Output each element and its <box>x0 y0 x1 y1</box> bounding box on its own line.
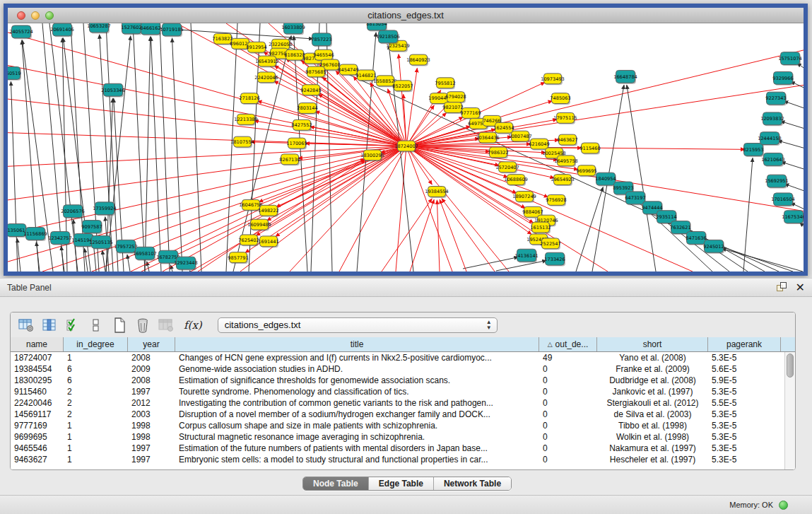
graph-node[interactable]: 12505135 <box>89 235 113 249</box>
network-view[interactable]: 1830029519384554716382289601288912954232… <box>8 23 804 271</box>
graph-node[interactable]: 16543912 <box>255 56 279 67</box>
graph-node[interactable]: 9329966 <box>772 71 794 85</box>
graph-node[interactable]: 12444158 <box>758 132 782 146</box>
graph-node[interactable]: 8912954 <box>246 42 266 53</box>
column-header-year[interactable]: year <box>128 337 175 351</box>
graph-node[interactable]: 9756928 <box>546 194 566 206</box>
column-header-title[interactable]: title <box>175 337 539 351</box>
graph-node[interactable]: 12923448 <box>174 257 198 270</box>
graph-node[interactable]: 19384554 <box>425 187 449 198</box>
graph-node[interactable]: 9115460 <box>579 143 600 154</box>
graph-node[interactable]: 9097587 <box>81 221 102 234</box>
table-row[interactable]: 1830029562008Estimation of significance … <box>11 375 795 386</box>
graph-node[interactable]: 1624554 <box>493 122 514 134</box>
graph-node[interactable]: 2522547 <box>540 238 560 250</box>
column-header-name[interactable]: name <box>11 337 64 351</box>
graph-node[interactable]: 10688609 <box>504 175 528 186</box>
graph-node[interactable]: 16495758 <box>554 156 578 167</box>
graph-node[interactable]: 10973493 <box>541 74 565 85</box>
delete-trash-button[interactable] <box>134 317 151 334</box>
table-row[interactable]: 1456911722003Disruption of a novel membe… <box>11 409 795 420</box>
graph-node[interactable]: 1527602 <box>121 23 142 35</box>
graph-node[interactable]: 10653287 <box>87 23 111 33</box>
graph-node[interactable]: 16648784 <box>613 70 637 83</box>
graph-node[interactable]: 8427552 <box>291 119 312 131</box>
graph-node[interactable]: 1691441 <box>258 236 278 247</box>
graph-node[interactable]: 16210643 <box>761 153 785 166</box>
graph-node[interactable]: 8267130 <box>279 154 300 165</box>
graph-node[interactable]: 8466162 <box>140 23 161 35</box>
graph-node[interactable]: 15720407 <box>495 162 519 173</box>
graph-node[interactable]: 7857223 <box>311 33 332 47</box>
graph-node[interactable]: 2260519 <box>8 66 21 80</box>
graph-node[interactable]: 18107554 <box>230 136 254 148</box>
graph-node[interactable]: 1170065 <box>286 138 307 149</box>
graph-node[interactable]: 16033809 <box>281 23 305 35</box>
table-row[interactable]: 2242004622012Investigating the contribut… <box>11 397 795 409</box>
table-row[interactable]: 911546021997Tourette syndrome. Phenomeno… <box>11 386 795 397</box>
column-header-pagerank[interactable]: pagerank <box>708 337 781 351</box>
table-row[interactable]: 946554611997Estimation of the future num… <box>11 443 795 454</box>
close-panel-icon[interactable]: ✕ <box>796 282 805 293</box>
graph-node[interactable]: 16958107 <box>133 247 157 260</box>
graph-node[interactable]: 17359924 <box>93 202 117 216</box>
graph-node[interactable]: 9463627 <box>557 134 577 146</box>
graph-node[interactable]: 7986322 <box>488 147 508 158</box>
graph-node[interactable]: 9245012 <box>703 240 724 253</box>
scrollbar-thumb[interactable] <box>787 354 794 378</box>
graph-node[interactable]: 1615132 <box>530 222 551 233</box>
graph-node[interactable]: 7625402 <box>238 235 259 246</box>
graph-node[interactable]: 17016504 <box>771 193 795 206</box>
new-document-button[interactable] <box>111 317 128 334</box>
graph-node[interactable]: 9699695 <box>576 165 596 177</box>
graph-node[interactable]: 1840954 <box>595 173 616 186</box>
tab-edge-table[interactable]: Edge Table <box>369 477 434 490</box>
graph-node[interactable]: 15751074 <box>778 52 802 66</box>
tab-network-table[interactable]: Network Table <box>434 477 511 490</box>
graph-node[interactable]: 12213389 <box>234 114 258 125</box>
graph-node[interactable]: 2718126 <box>239 93 259 105</box>
column-header-out-de-[interactable]: △out_de... <box>539 337 597 351</box>
graph-node[interactable]: 17975115 <box>553 112 577 124</box>
column-visibility-button[interactable] <box>41 317 58 334</box>
rows-button[interactable] <box>88 317 105 334</box>
graph-node[interactable]: 1498222 <box>258 205 278 216</box>
graph-node[interactable]: 6794028 <box>445 92 466 103</box>
graph-node[interactable]: 7955812 <box>435 78 455 89</box>
table-row[interactable]: 946362711997Embryonic stem cells: a mode… <box>11 454 795 465</box>
graph-node[interactable]: 1733426 <box>544 252 565 266</box>
graph-node[interactable]: 11156869 <box>23 228 47 241</box>
column-header-in-degree[interactable]: in_degree <box>64 337 128 351</box>
float-panel-icon[interactable] <box>777 282 787 293</box>
graph-node[interactable]: 20206576 <box>61 205 85 218</box>
table-row[interactable]: 969969511998Structural magnetic resonanc… <box>11 431 795 443</box>
window-titlebar[interactable]: citations_edges.txt <box>8 8 804 23</box>
graph-node[interactable]: 18640923 <box>406 54 430 66</box>
graph-node[interactable]: 8186328 <box>284 49 305 61</box>
function-builder-button[interactable]: f(x) <box>184 319 202 332</box>
memory-status-icon[interactable] <box>779 501 788 510</box>
graph-node[interactable]: 2803144 <box>297 103 317 115</box>
graph-node[interactable]: 9857791 <box>228 252 248 264</box>
graph-node[interactable]: 9242845 <box>300 85 321 96</box>
graph-node[interactable]: 12093832 <box>760 112 784 126</box>
graph-node[interactable]: 18724007 <box>394 141 418 152</box>
graph-node[interactable]: 18300295 <box>360 150 384 161</box>
tab-node-table[interactable]: Node Table <box>303 477 369 490</box>
graph-node[interactable]: 19654923 <box>551 175 575 186</box>
graph-node[interactable]: 24055724 <box>9 25 33 39</box>
graph-node[interactable]: 8215953 <box>743 144 764 157</box>
vertical-scrollbar[interactable] <box>784 352 795 470</box>
graph-node[interactable]: 18907249 <box>512 191 536 202</box>
graph-node[interactable]: 21053346 <box>101 83 125 97</box>
graph-node[interactable]: 10719185 <box>160 23 184 37</box>
graph-node[interactable]: 15692951 <box>765 175 789 188</box>
graph-node[interactable]: 20691406 <box>50 23 74 37</box>
network-table-select[interactable]: citations_edges.txt ▲▼ <box>218 317 498 333</box>
graph-node[interactable]: 20364436 <box>476 132 500 144</box>
graph-node[interactable]: 9227343 <box>765 92 787 105</box>
column-header-short[interactable]: short <box>597 337 708 351</box>
graph-node[interactable]: 7485063 <box>550 93 570 105</box>
graph-node[interactable]: 22420046 <box>254 72 278 83</box>
table-row[interactable]: 977716911998Corpus callosum shape and si… <box>11 420 795 431</box>
